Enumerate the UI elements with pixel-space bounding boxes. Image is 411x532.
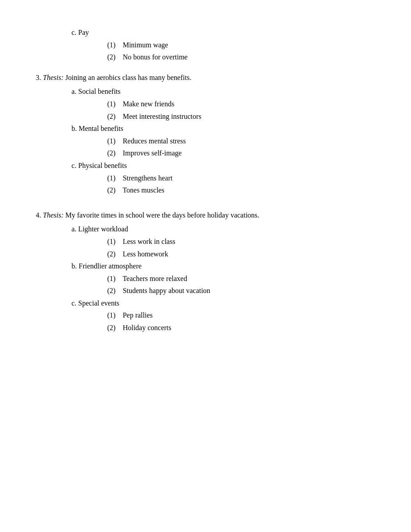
item-4-thesis: 4. Thesis: My favorite times in school w… bbox=[36, 209, 375, 221]
item-4b-sub2-text: Students happy about vacation bbox=[123, 287, 210, 294]
item-c-pay-sub2-number: (2) bbox=[107, 53, 116, 61]
item-4c-sub1: (1) Pep rallies bbox=[107, 310, 375, 321]
item-3b-sub1: (1) Reduces mental stress bbox=[107, 135, 375, 147]
item-3b-sub1-number: (1) bbox=[107, 137, 116, 145]
item-4a-sub2-number: (2) bbox=[107, 250, 116, 258]
item-3b-sub2-number: (2) bbox=[107, 149, 116, 157]
item-c-pay-sub1-number: (1) bbox=[107, 41, 116, 49]
item-4a-sub1: (1) Less work in class bbox=[107, 236, 375, 247]
item-3a-sub2-text: Meet interesting instructors bbox=[123, 113, 201, 120]
item-c-pay-sub2: (2) No bonus for overtime bbox=[107, 51, 375, 63]
item-3a-sub2-number: (2) bbox=[107, 113, 116, 120]
item-4a-label: a. Lighter workload bbox=[71, 223, 375, 235]
item-4b-sub2-number: (2) bbox=[107, 287, 116, 294]
item-4a-sub1-number: (1) bbox=[107, 238, 116, 245]
item-4c-sub2-number: (2) bbox=[107, 324, 116, 331]
item-4-thesis-label: Thesis: bbox=[43, 211, 63, 219]
item-3c-sub1-text: Strengthens heart bbox=[123, 174, 173, 182]
item-4b-sub1: (1) Teachers more relaxed bbox=[107, 273, 375, 285]
item-3c-label: c. Physical benefits bbox=[71, 160, 375, 172]
item-3-number: 3. bbox=[36, 74, 41, 81]
item-3c-text: c. Physical benefits bbox=[71, 162, 127, 169]
item-3c-sub2-number: (2) bbox=[107, 186, 116, 194]
item-4c-text: c. Special events bbox=[71, 299, 119, 307]
item-4a-text: a. Lighter workload bbox=[71, 225, 128, 233]
item-3c-sub2: (2) Tones muscles bbox=[107, 184, 375, 196]
item-4-number: 4. bbox=[36, 211, 41, 219]
item-c-pay: c. Pay bbox=[71, 27, 375, 38]
item-3c-sub1: (1) Strengthens heart bbox=[107, 172, 375, 184]
item-3b-sub2-text: Improves self-image bbox=[123, 149, 182, 157]
item-4-thesis-text: My favorite times in school were the day… bbox=[63, 211, 259, 219]
item-4b-label: b. Friendlier atmosphere bbox=[71, 260, 375, 272]
item-3b-text: b. Mental benefits bbox=[71, 125, 123, 132]
item-3b-sub2: (2) Improves self-image bbox=[107, 147, 375, 159]
item-4a-sub2-text: Less homework bbox=[123, 250, 168, 258]
item-3c-sub1-number: (1) bbox=[107, 174, 116, 182]
item-3a-sub1-number: (1) bbox=[107, 100, 116, 108]
item-3b-sub1-text: Reduces mental stress bbox=[123, 137, 186, 145]
item-4c-sub2: (2) Holiday concerts bbox=[107, 322, 375, 334]
item-4b-sub2: (2) Students happy about vacation bbox=[107, 285, 375, 297]
item-4c-sub1-text: Pep rallies bbox=[123, 311, 153, 319]
item-4a-sub1-text: Less work in class bbox=[123, 238, 176, 245]
item-4b-sub1-number: (1) bbox=[107, 275, 116, 282]
item-3a-label: a. Social benefits bbox=[71, 86, 375, 97]
item-4c-sub1-number: (1) bbox=[107, 311, 116, 319]
item-c-pay-sub1: (1) Minimum wage bbox=[107, 39, 375, 51]
item-4c-label: c. Special events bbox=[71, 297, 375, 309]
item-3-thesis-label: Thesis: bbox=[43, 74, 63, 81]
item-4c-sub2-text: Holiday concerts bbox=[123, 324, 172, 331]
item-3a-sub2: (2) Meet interesting instructors bbox=[107, 111, 375, 122]
outline-container: c. Pay (1) Minimum wage (2) No bonus for… bbox=[36, 27, 375, 334]
item-3-thesis-text: Joining an aerobics class has many benef… bbox=[63, 74, 191, 81]
item-4a-sub2: (2) Less homework bbox=[107, 248, 375, 260]
item-3b-label: b. Mental benefits bbox=[71, 123, 375, 134]
item-c-pay-label: c. Pay bbox=[71, 29, 89, 36]
item-c-pay-sub1-text: Minimum wage bbox=[123, 41, 168, 49]
item-c-pay-sub2-text: No bonus for overtime bbox=[123, 53, 188, 61]
item-3c-sub2-text: Tones muscles bbox=[122, 186, 164, 194]
item-3-thesis: 3. Thesis: Joining an aerobics class has… bbox=[36, 72, 375, 84]
item-4b-sub1-text: Teachers more relaxed bbox=[122, 275, 187, 282]
item-3a-text: a. Social benefits bbox=[71, 88, 121, 95]
item-3a-sub1: (1) Make new friends bbox=[107, 98, 375, 110]
item-4b-text: b. Friendlier atmosphere bbox=[71, 262, 142, 270]
item-3a-sub1-text: Make new friends bbox=[123, 100, 175, 108]
